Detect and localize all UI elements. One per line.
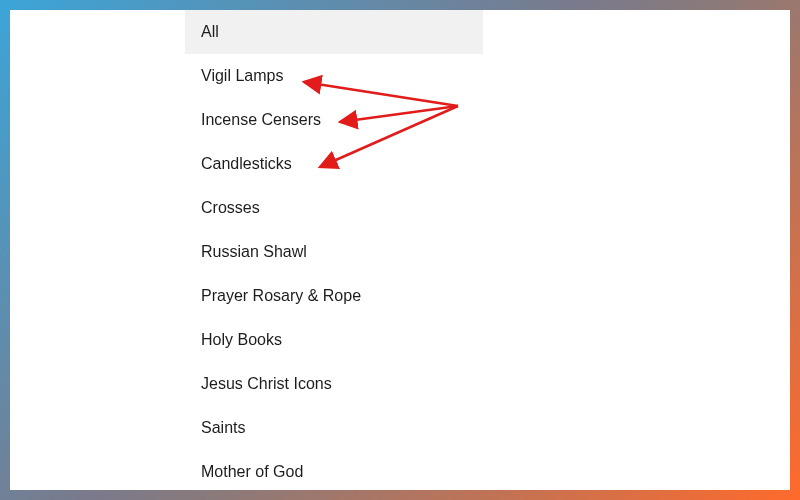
category-item-jesus-christ-icons[interactable]: Jesus Christ Icons xyxy=(185,362,483,406)
category-item-crosses[interactable]: Crosses xyxy=(185,186,483,230)
category-label: Incense Censers xyxy=(201,111,321,128)
category-item-saints[interactable]: Saints xyxy=(185,406,483,450)
category-list-container: All Vigil Lamps Incense Censers Candlest… xyxy=(185,10,483,490)
app-panel: All Vigil Lamps Incense Censers Candlest… xyxy=(10,10,790,490)
category-item-candlesticks[interactable]: Candlesticks xyxy=(185,142,483,186)
category-label: Russian Shawl xyxy=(201,243,307,260)
category-label: Mother of God xyxy=(201,463,303,480)
category-item-russian-shawl[interactable]: Russian Shawl xyxy=(185,230,483,274)
category-label: Holy Books xyxy=(201,331,282,348)
category-item-all[interactable]: All xyxy=(185,10,483,54)
category-label: Vigil Lamps xyxy=(201,67,283,84)
category-scroll-list[interactable]: All Vigil Lamps Incense Censers Candlest… xyxy=(185,10,483,490)
category-item-prayer-rosary-rope[interactable]: Prayer Rosary & Rope xyxy=(185,274,483,318)
category-label: All xyxy=(201,23,219,40)
category-label: Saints xyxy=(201,419,245,436)
category-label: Crosses xyxy=(201,199,260,216)
category-label: Prayer Rosary & Rope xyxy=(201,287,361,304)
category-item-mother-of-god[interactable]: Mother of God xyxy=(185,450,483,490)
category-item-vigil-lamps[interactable]: Vigil Lamps xyxy=(185,54,483,98)
category-item-holy-books[interactable]: Holy Books xyxy=(185,318,483,362)
category-label: Jesus Christ Icons xyxy=(201,375,332,392)
category-item-incense-censers[interactable]: Incense Censers xyxy=(185,98,483,142)
category-label: Candlesticks xyxy=(201,155,292,172)
